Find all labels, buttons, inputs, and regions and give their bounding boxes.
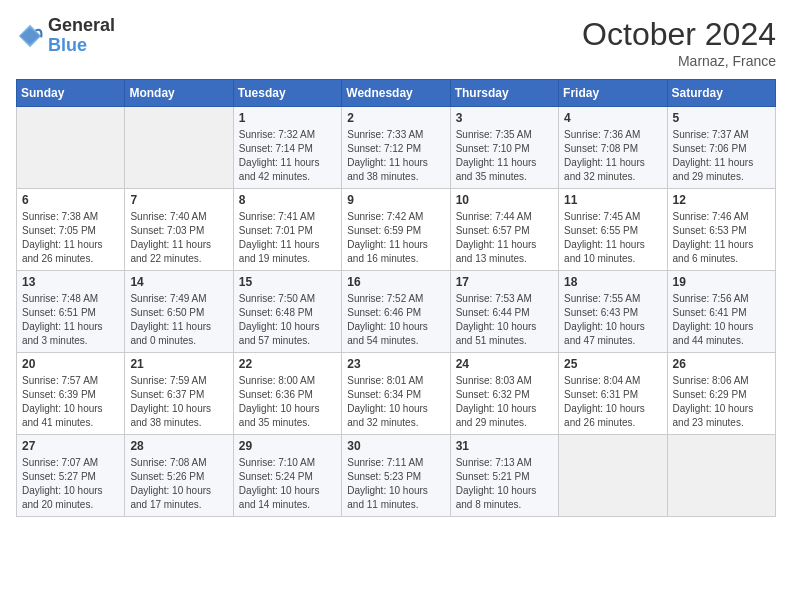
calendar-cell: 30Sunrise: 7:11 AM Sunset: 5:23 PM Dayli…	[342, 435, 450, 517]
calendar-cell: 29Sunrise: 7:10 AM Sunset: 5:24 PM Dayli…	[233, 435, 341, 517]
calendar-cell: 17Sunrise: 7:53 AM Sunset: 6:44 PM Dayli…	[450, 271, 558, 353]
calendar-cell: 3Sunrise: 7:35 AM Sunset: 7:10 PM Daylig…	[450, 107, 558, 189]
day-content: Sunrise: 7:55 AM Sunset: 6:43 PM Dayligh…	[564, 292, 661, 348]
day-number: 31	[456, 439, 553, 453]
day-content: Sunrise: 8:01 AM Sunset: 6:34 PM Dayligh…	[347, 374, 444, 430]
day-content: Sunrise: 7:13 AM Sunset: 5:21 PM Dayligh…	[456, 456, 553, 512]
day-number: 8	[239, 193, 336, 207]
day-number: 25	[564, 357, 661, 371]
day-content: Sunrise: 7:08 AM Sunset: 5:26 PM Dayligh…	[130, 456, 227, 512]
month-title: October 2024	[582, 16, 776, 53]
calendar-cell: 4Sunrise: 7:36 AM Sunset: 7:08 PM Daylig…	[559, 107, 667, 189]
calendar-cell: 10Sunrise: 7:44 AM Sunset: 6:57 PM Dayli…	[450, 189, 558, 271]
day-content: Sunrise: 7:11 AM Sunset: 5:23 PM Dayligh…	[347, 456, 444, 512]
calendar-cell: 2Sunrise: 7:33 AM Sunset: 7:12 PM Daylig…	[342, 107, 450, 189]
day-number: 22	[239, 357, 336, 371]
calendar-cell: 1Sunrise: 7:32 AM Sunset: 7:14 PM Daylig…	[233, 107, 341, 189]
day-number: 27	[22, 439, 119, 453]
day-number: 29	[239, 439, 336, 453]
calendar-cell: 20Sunrise: 7:57 AM Sunset: 6:39 PM Dayli…	[17, 353, 125, 435]
day-number: 6	[22, 193, 119, 207]
day-number: 21	[130, 357, 227, 371]
day-number: 14	[130, 275, 227, 289]
calendar-cell: 16Sunrise: 7:52 AM Sunset: 6:46 PM Dayli…	[342, 271, 450, 353]
calendar-week-row: 13Sunrise: 7:48 AM Sunset: 6:51 PM Dayli…	[17, 271, 776, 353]
day-number: 5	[673, 111, 770, 125]
calendar-cell: 23Sunrise: 8:01 AM Sunset: 6:34 PM Dayli…	[342, 353, 450, 435]
column-header-saturday: Saturday	[667, 80, 775, 107]
day-number: 17	[456, 275, 553, 289]
day-content: Sunrise: 7:57 AM Sunset: 6:39 PM Dayligh…	[22, 374, 119, 430]
day-content: Sunrise: 7:38 AM Sunset: 7:05 PM Dayligh…	[22, 210, 119, 266]
page-header: General Blue October 2024 Marnaz, France	[16, 16, 776, 69]
day-number: 4	[564, 111, 661, 125]
day-content: Sunrise: 7:35 AM Sunset: 7:10 PM Dayligh…	[456, 128, 553, 184]
day-number: 28	[130, 439, 227, 453]
logo-line1: General	[48, 16, 115, 36]
day-number: 16	[347, 275, 444, 289]
calendar-week-row: 6Sunrise: 7:38 AM Sunset: 7:05 PM Daylig…	[17, 189, 776, 271]
day-content: Sunrise: 8:04 AM Sunset: 6:31 PM Dayligh…	[564, 374, 661, 430]
location-subtitle: Marnaz, France	[582, 53, 776, 69]
day-number: 11	[564, 193, 661, 207]
day-number: 2	[347, 111, 444, 125]
day-content: Sunrise: 7:44 AM Sunset: 6:57 PM Dayligh…	[456, 210, 553, 266]
calendar-cell: 11Sunrise: 7:45 AM Sunset: 6:55 PM Dayli…	[559, 189, 667, 271]
calendar-cell: 6Sunrise: 7:38 AM Sunset: 7:05 PM Daylig…	[17, 189, 125, 271]
calendar-cell: 15Sunrise: 7:50 AM Sunset: 6:48 PM Dayli…	[233, 271, 341, 353]
day-content: Sunrise: 8:03 AM Sunset: 6:32 PM Dayligh…	[456, 374, 553, 430]
calendar-cell: 22Sunrise: 8:00 AM Sunset: 6:36 PM Dayli…	[233, 353, 341, 435]
day-number: 10	[456, 193, 553, 207]
day-content: Sunrise: 7:49 AM Sunset: 6:50 PM Dayligh…	[130, 292, 227, 348]
calendar-cell: 18Sunrise: 7:55 AM Sunset: 6:43 PM Dayli…	[559, 271, 667, 353]
day-number: 30	[347, 439, 444, 453]
calendar-week-row: 1Sunrise: 7:32 AM Sunset: 7:14 PM Daylig…	[17, 107, 776, 189]
day-number: 12	[673, 193, 770, 207]
calendar-cell: 8Sunrise: 7:41 AM Sunset: 7:01 PM Daylig…	[233, 189, 341, 271]
day-content: Sunrise: 7:46 AM Sunset: 6:53 PM Dayligh…	[673, 210, 770, 266]
day-content: Sunrise: 7:41 AM Sunset: 7:01 PM Dayligh…	[239, 210, 336, 266]
calendar-table: SundayMondayTuesdayWednesdayThursdayFrid…	[16, 79, 776, 517]
day-content: Sunrise: 7:32 AM Sunset: 7:14 PM Dayligh…	[239, 128, 336, 184]
day-content: Sunrise: 7:33 AM Sunset: 7:12 PM Dayligh…	[347, 128, 444, 184]
day-content: Sunrise: 7:07 AM Sunset: 5:27 PM Dayligh…	[22, 456, 119, 512]
day-number: 19	[673, 275, 770, 289]
logo: General Blue	[16, 16, 115, 56]
day-content: Sunrise: 7:40 AM Sunset: 7:03 PM Dayligh…	[130, 210, 227, 266]
logo-icon	[16, 22, 44, 50]
day-content: Sunrise: 7:59 AM Sunset: 6:37 PM Dayligh…	[130, 374, 227, 430]
calendar-cell: 31Sunrise: 7:13 AM Sunset: 5:21 PM Dayli…	[450, 435, 558, 517]
day-number: 24	[456, 357, 553, 371]
calendar-cell: 12Sunrise: 7:46 AM Sunset: 6:53 PM Dayli…	[667, 189, 775, 271]
calendar-week-row: 20Sunrise: 7:57 AM Sunset: 6:39 PM Dayli…	[17, 353, 776, 435]
column-header-monday: Monday	[125, 80, 233, 107]
calendar-header-row: SundayMondayTuesdayWednesdayThursdayFrid…	[17, 80, 776, 107]
calendar-cell: 7Sunrise: 7:40 AM Sunset: 7:03 PM Daylig…	[125, 189, 233, 271]
day-number: 20	[22, 357, 119, 371]
day-content: Sunrise: 7:42 AM Sunset: 6:59 PM Dayligh…	[347, 210, 444, 266]
calendar-cell: 5Sunrise: 7:37 AM Sunset: 7:06 PM Daylig…	[667, 107, 775, 189]
column-header-friday: Friday	[559, 80, 667, 107]
day-content: Sunrise: 8:00 AM Sunset: 6:36 PM Dayligh…	[239, 374, 336, 430]
calendar-cell: 9Sunrise: 7:42 AM Sunset: 6:59 PM Daylig…	[342, 189, 450, 271]
calendar-cell: 21Sunrise: 7:59 AM Sunset: 6:37 PM Dayli…	[125, 353, 233, 435]
day-content: Sunrise: 7:37 AM Sunset: 7:06 PM Dayligh…	[673, 128, 770, 184]
calendar-cell	[667, 435, 775, 517]
title-block: October 2024 Marnaz, France	[582, 16, 776, 69]
calendar-cell: 13Sunrise: 7:48 AM Sunset: 6:51 PM Dayli…	[17, 271, 125, 353]
day-number: 1	[239, 111, 336, 125]
day-content: Sunrise: 8:06 AM Sunset: 6:29 PM Dayligh…	[673, 374, 770, 430]
calendar-cell: 26Sunrise: 8:06 AM Sunset: 6:29 PM Dayli…	[667, 353, 775, 435]
day-number: 23	[347, 357, 444, 371]
calendar-cell	[125, 107, 233, 189]
day-number: 26	[673, 357, 770, 371]
day-content: Sunrise: 7:45 AM Sunset: 6:55 PM Dayligh…	[564, 210, 661, 266]
day-number: 18	[564, 275, 661, 289]
calendar-cell	[17, 107, 125, 189]
calendar-cell: 14Sunrise: 7:49 AM Sunset: 6:50 PM Dayli…	[125, 271, 233, 353]
column-header-sunday: Sunday	[17, 80, 125, 107]
calendar-cell: 25Sunrise: 8:04 AM Sunset: 6:31 PM Dayli…	[559, 353, 667, 435]
day-number: 15	[239, 275, 336, 289]
calendar-week-row: 27Sunrise: 7:07 AM Sunset: 5:27 PM Dayli…	[17, 435, 776, 517]
logo-line2: Blue	[48, 36, 115, 56]
